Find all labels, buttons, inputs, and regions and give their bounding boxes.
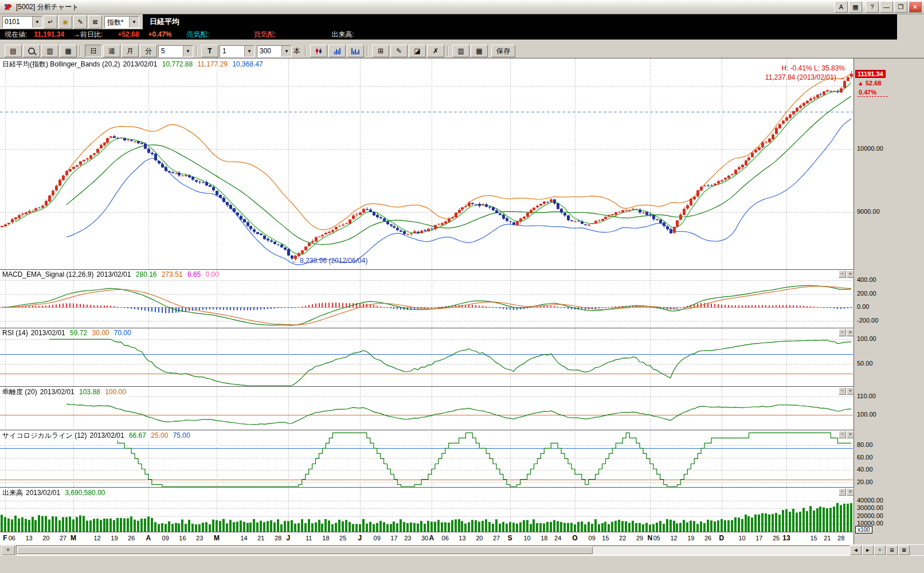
scroll-left-button[interactable]: ◄: [850, 545, 862, 555]
help-button[interactable]: ?: [866, 1, 879, 13]
day-tick-label: 19: [111, 535, 118, 541]
panel-close-button[interactable]: ×: [847, 387, 854, 395]
delete-icon[interactable]: ✗: [427, 45, 444, 57]
axis-tick-label: 200.00: [857, 290, 876, 297]
layers-icon[interactable]: ▦: [849, 1, 862, 13]
bars-combo: 300 ▼: [257, 45, 292, 57]
candle-chart-icon[interactable]: [310, 45, 327, 57]
bar-chart-icon[interactable]: [328, 45, 346, 57]
day-tick-label: 15: [810, 535, 817, 541]
daily-button[interactable]: 日: [85, 45, 102, 57]
bars-dropdown-icon[interactable]: ▼: [281, 46, 291, 57]
volume-label: 出来高:: [331, 30, 354, 40]
restore-button[interactable]: ❐: [894, 1, 907, 13]
enter-icon[interactable]: ↵: [44, 15, 57, 29]
minute-period-value[interactable]: 5: [159, 46, 183, 57]
category-value[interactable]: 指数*: [105, 17, 129, 28]
category-dropdown-icon[interactable]: ▼: [129, 17, 139, 28]
close-button[interactable]: ✕: [909, 1, 922, 13]
panel-close-button[interactable]: ×: [847, 431, 854, 438]
axis-tick-label: 20.00: [857, 478, 873, 485]
symbol-code-dropdown-icon[interactable]: ▼: [32, 17, 42, 28]
panel-minimize-button[interactable]: −: [839, 270, 846, 278]
panel-close-button[interactable]: ×: [847, 488, 854, 496]
right-arrow-icon: →: [836, 73, 845, 81]
price-panel-header: 日経平均(指数) Bollinger_Bands (20,2)2013/02/0…: [2, 60, 266, 69]
panel-minimize-button[interactable]: −: [839, 387, 846, 395]
day-tick-label: 10: [738, 535, 745, 541]
chart-canvas[interactable]: [0, 58, 853, 532]
new-page-icon[interactable]: ▥: [41, 45, 58, 57]
scroll-right-button[interactable]: ►: [862, 545, 874, 555]
axis-change-label: ▲ 52.68: [858, 80, 881, 87]
axis-tick-label: 10000.00: [857, 145, 883, 152]
edit-icon[interactable]: ✎: [73, 15, 87, 29]
fit-button[interactable]: ⊞: [886, 545, 898, 555]
panel-close-button[interactable]: ×: [847, 270, 854, 278]
chart-scrollbar[interactable]: [16, 545, 849, 555]
bid-label: 買気配:: [254, 30, 276, 40]
day-tick-label: 27: [493, 535, 500, 541]
day-tick-label: 10: [523, 535, 530, 541]
day-tick-label: 17: [390, 535, 397, 541]
day-tick-label: 06: [442, 535, 449, 541]
splitter-grip-icon[interactable]: ≡: [1, 545, 15, 555]
left-arrow-icon: ←: [291, 257, 300, 265]
axis-tick-label: 400.00: [857, 276, 876, 283]
a-button[interactable]: A: [835, 1, 848, 13]
coin-icon[interactable]: ◉: [58, 15, 72, 29]
axis-tick-label: 80.00: [857, 441, 873, 448]
day-tick-label: 12: [670, 535, 677, 541]
day-tick-label: 28: [837, 535, 844, 541]
layout-page-icon[interactable]: ▥: [452, 45, 469, 57]
day-tick-label: 27: [60, 535, 66, 541]
grid-icon[interactable]: ⊞: [372, 45, 389, 57]
high-low-annotation: H: -0.41% L: 35.83%: [781, 64, 845, 72]
axis-tick-label: 100.00: [857, 411, 876, 418]
current-price-badge: 11191.34: [855, 70, 886, 78]
interval-dropdown-icon[interactable]: ▼: [244, 46, 254, 57]
axis-tick-label: 9000.00: [857, 208, 880, 215]
panel-close-button[interactable]: ×: [847, 329, 854, 336]
zoom-in-button[interactable]: +: [874, 545, 886, 555]
remove-icon[interactable]: ⊠: [88, 15, 102, 29]
bars-value[interactable]: 300: [257, 46, 281, 57]
month-tick-label: M: [214, 534, 220, 542]
rsi-panel-header: RSI (14)2013/02/01 59.72 30.00 70.00: [2, 329, 134, 337]
layout-page2-icon[interactable]: ▦: [471, 45, 488, 57]
pencil-icon[interactable]: ✎: [390, 45, 408, 57]
day-tick-label: 25: [339, 535, 346, 541]
print-icon[interactable]: ▤: [5, 45, 22, 57]
day-tick-label: 21: [824, 535, 831, 541]
panel-minimize-button[interactable]: −: [839, 431, 846, 438]
day-tick-label: 05: [653, 535, 660, 541]
symbol-name: 日経平均: [150, 17, 179, 27]
minute-period-dropdown-icon[interactable]: ▼: [183, 46, 193, 57]
weekly-button[interactable]: 週: [103, 45, 120, 57]
window-bottom-edge: [0, 555, 924, 573]
scrollbar-thumb[interactable]: [17, 547, 593, 554]
volume-chart-icon[interactable]: [347, 45, 364, 57]
interval-value[interactable]: 1: [220, 46, 244, 57]
month-tick-label: A: [146, 534, 151, 542]
zoom-icon[interactable]: [23, 45, 40, 57]
copy-page-icon[interactable]: ▦: [60, 45, 77, 57]
symbol-code-input[interactable]: [3, 17, 32, 28]
minute-button[interactable]: 分: [140, 45, 157, 57]
low-annotation: ← 8,238.96 (2012/06/04): [291, 257, 367, 265]
month-tick-label: 13: [782, 534, 790, 542]
chart-area: 11191.34 ▲ 52.68 0.47% x100 10000.009000…: [0, 58, 924, 544]
monthly-button[interactable]: 月: [122, 45, 139, 57]
eraser-icon[interactable]: ◪: [409, 45, 426, 57]
panel-minimize-button[interactable]: −: [839, 488, 846, 496]
tick-button[interactable]: T: [201, 45, 218, 57]
minimize-button[interactable]: —: [880, 1, 893, 13]
quote-strip: 現在値: 11,191.34 →前日比: +52.68 +0.47% 売気配: …: [0, 29, 897, 40]
close-panel-button[interactable]: ⊠: [898, 545, 910, 555]
axis-tick-label: 100.00: [857, 335, 876, 342]
category-combo: 指数* ▼: [104, 16, 139, 28]
save-button[interactable]: 保存: [491, 45, 515, 57]
panel-minimize-button[interactable]: −: [839, 329, 846, 336]
axis-tick-label: 30000.00: [857, 504, 883, 511]
day-tick-label: 12: [94, 535, 101, 541]
